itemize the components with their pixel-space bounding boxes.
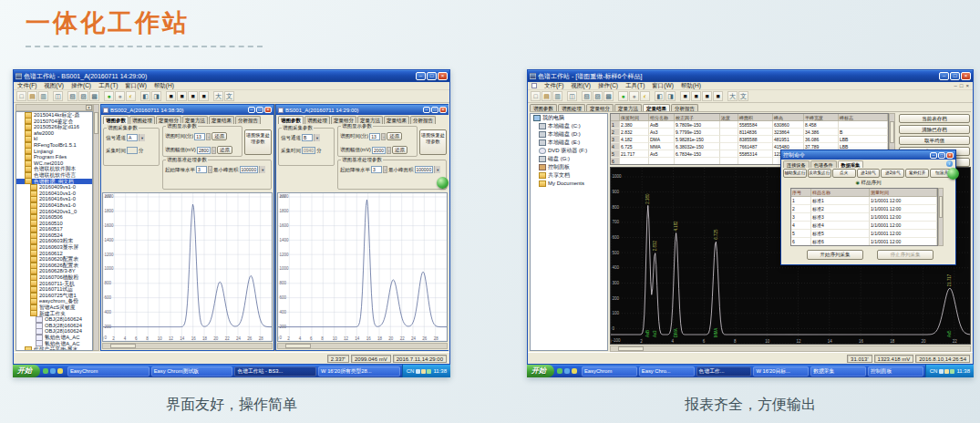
- stop-acquisition-icon[interactable]: ●: [629, 91, 639, 101]
- device-command-button[interactable]: 紫外灯开: [905, 169, 929, 178]
- tree-item[interactable]: RFengToolBr1.5.1: [16, 142, 92, 149]
- start-acquisition-icon[interactable]: ●: [618, 91, 628, 101]
- table-row[interactable]: 22.832As39.7799e-150811483632386434.386B: [611, 129, 888, 136]
- font-text-icon[interactable]: 文: [224, 91, 234, 101]
- cascade-windows-icon[interactable]: ◨: [151, 91, 161, 101]
- quick-launch-desktop-icon[interactable]: [572, 368, 577, 374]
- chart-view-2-icon[interactable]: ■: [691, 91, 701, 101]
- tree-item[interactable]: 20160524: [16, 232, 92, 239]
- tree-item[interactable]: 20160409vs1-0: [16, 184, 92, 191]
- font-large-icon[interactable]: 大: [727, 91, 738, 101]
- tree-item[interactable]: 20150414kr标定-鼎: [16, 112, 92, 119]
- minimize-button[interactable]: –: [423, 107, 430, 113]
- maximize-button[interactable]: □: [256, 107, 263, 113]
- tree-item[interactable]: 20160603显示屏: [16, 244, 92, 251]
- tray-network-icon[interactable]: [950, 369, 954, 374]
- tree-item[interactable]: WC.net2010: [16, 160, 92, 167]
- tree-item[interactable]: 20160420vs1_0: [16, 209, 92, 215]
- overlay-window-icon[interactable]: ▨: [78, 91, 88, 101]
- tab[interactable]: 谱图处理: [304, 116, 330, 124]
- menu-item[interactable]: 文件(F): [17, 82, 36, 90]
- tree-item[interactable]: 氢焰色谱A_AC: [16, 335, 92, 341]
- chart-view-2-icon[interactable]: ■: [177, 91, 187, 101]
- tray-safety-icon[interactable]: [944, 369, 949, 374]
- tab[interactable]: 定量方法: [614, 104, 642, 111]
- tab[interactable]: 定量组分: [586, 104, 614, 111]
- maximize-button[interactable]: □: [938, 152, 945, 159]
- device-command-button[interactable]: 反吹泵运行: [808, 169, 831, 178]
- dialog-tab[interactable]: 色谱条件: [810, 160, 837, 168]
- min-area-input[interactable]: 100000: [415, 166, 434, 173]
- taskbar-button[interactable]: 控制面板: [868, 366, 923, 377]
- tree-item[interactable]: 20160418vs1-0: [16, 202, 92, 209]
- new-file-icon[interactable]: □: [531, 91, 541, 101]
- chevron-down-icon[interactable]: ▼: [259, 166, 265, 173]
- chart-view-1-icon[interactable]: ■: [680, 91, 690, 101]
- tree-item[interactable]: 本地磁盘 (C:): [531, 122, 607, 130]
- mdi-minimize-icon[interactable]: –: [954, 83, 957, 88]
- taskbar-button[interactable]: Easy Chrom测试版: [151, 366, 233, 377]
- tree-item[interactable]: 色谱联机软件脚本: [16, 166, 92, 172]
- restore-button[interactable]: 还原: [211, 132, 227, 140]
- result-action-button[interactable]: 当前表存档: [899, 114, 970, 123]
- tree-item[interactable]: 作战产品平衡-显水: [16, 346, 92, 351]
- tab[interactable]: 分析报告: [235, 116, 261, 124]
- open-folder-icon[interactable]: ▤: [27, 91, 37, 101]
- close-button[interactable]: ×: [946, 152, 954, 159]
- tree-item[interactable]: 本地磁盘 (E:): [531, 139, 607, 147]
- tray-network-icon[interactable]: [427, 369, 431, 374]
- close-button[interactable]: ×: [439, 107, 447, 113]
- spinner-icon[interactable]: ↕: [211, 147, 216, 154]
- font-large-icon[interactable]: 大: [213, 91, 223, 101]
- print-icon[interactable]: ◫: [567, 91, 577, 101]
- tree-item[interactable]: 20160711-无机: [16, 281, 92, 287]
- tree-item[interactable]: 智谱AcS灵敏度: [16, 304, 92, 311]
- chart-view-3-icon[interactable]: ■: [702, 91, 712, 101]
- taskbar-button[interactable]: Easy Chro...: [639, 366, 695, 377]
- tree-item[interactable]: OBJ(28)160624: [16, 316, 92, 323]
- quick-launch-desktop-icon[interactable]: [57, 368, 63, 374]
- tab[interactable]: 谱图参数: [530, 104, 557, 111]
- dialog-tab[interactable]: 数据采集: [838, 160, 864, 168]
- save-icon[interactable]: ▥: [38, 91, 48, 101]
- tab[interactable]: 谱图参数: [278, 116, 304, 124]
- tab[interactable]: 谱图处理: [558, 104, 585, 111]
- chevron-down-icon[interactable]: ▼: [139, 134, 145, 141]
- horizontal-scrollbar[interactable]: [102, 343, 273, 349]
- taskbar-button[interactable]: 数据采集: [810, 366, 866, 377]
- quick-launch-easychrom-icon[interactable]: [43, 368, 48, 374]
- signal-window-icon[interactable]: ▧: [582, 91, 592, 101]
- tree-item[interactable]: 20160612: [16, 251, 92, 257]
- noise-input[interactable]: 3: [196, 166, 207, 173]
- tray-volume-icon[interactable]: [416, 369, 420, 374]
- tray-volume-icon[interactable]: [939, 369, 944, 374]
- close-button[interactable]: ×: [264, 107, 272, 113]
- display-time-input[interactable]: 13: [194, 133, 205, 140]
- table-row[interactable]: 4标准41/1/0001 12:00: [791, 222, 937, 230]
- start-button[interactable]: 开始: [13, 365, 40, 377]
- reset-processing-button[interactable]: 谱图恢复处理参数: [419, 129, 447, 155]
- tab[interactable]: 定量结果: [643, 104, 670, 111]
- quick-launch-ie-icon[interactable]: [50, 368, 56, 374]
- menu-item[interactable]: 工具(T): [625, 82, 645, 90]
- tile-windows-icon[interactable]: ◧: [140, 91, 150, 101]
- tree-item[interactable]: 20160725气谱1: [16, 293, 92, 299]
- close-button[interactable]: ×: [438, 72, 448, 80]
- tree-item[interactable]: 本地磁盘 (D:): [531, 130, 607, 139]
- spinner-icon[interactable]: ↕: [206, 133, 211, 140]
- tree-item[interactable]: 氢焰色谱A_AC: [16, 341, 92, 347]
- noise-input[interactable]: 3: [371, 166, 382, 173]
- min-area-input[interactable]: 100000: [240, 166, 259, 173]
- menu-item[interactable]: 帮助(H): [154, 82, 174, 90]
- tree-item[interactable]: 磁盘 (G:): [531, 155, 607, 163]
- signal-window-icon[interactable]: ▧: [67, 91, 77, 101]
- close-button[interactable]: ×: [961, 72, 971, 80]
- info-icon[interactable]: i: [946, 160, 953, 167]
- table-row[interactable]: 5标准51/1/0001 12:00: [791, 230, 937, 238]
- channel-select[interactable]: B: [302, 134, 313, 141]
- tile-windows-icon[interactable]: ◧: [655, 91, 665, 101]
- input-indicator[interactable]: CN: [407, 368, 415, 374]
- tree-item[interactable]: 20160711试运: [16, 286, 92, 293]
- tree-item[interactable]: easychrom_备份: [16, 298, 92, 304]
- tree-item[interactable]: OBJ(28)160624: [16, 323, 92, 329]
